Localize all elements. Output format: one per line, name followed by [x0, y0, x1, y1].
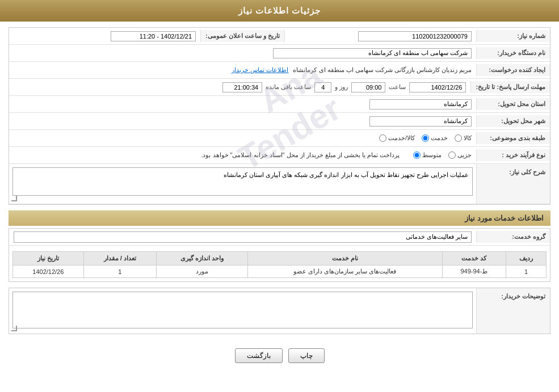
need-number-row: شماره نیاز: تاریخ و ساعت اعلان عمومی: [9, 28, 550, 45]
deadline-days-label: روز و [335, 83, 348, 91]
col-row: ردیف [506, 252, 547, 265]
creator-name: مریم زندیان کارشناس بازرگانی شرکت سهامی … [293, 66, 472, 74]
category-service-label: خدمت [431, 134, 448, 142]
services-info-section: گروه خدمت: ردیف کد خدمت نام خدمت واح [9, 228, 550, 282]
col-code: کد خدمت [442, 252, 506, 265]
deadline-time-input[interactable] [351, 82, 385, 92]
deadline-time-label: ساعت [389, 83, 406, 91]
general-desc-label: شرح کلی نیاز: [476, 164, 550, 204]
buyer-desc-section: توضیحات خریدار: [9, 288, 550, 334]
deadline-date-input[interactable] [409, 82, 466, 92]
buyer-org-label: نام دستگاه خریدار: [476, 47, 550, 59]
buyer-desc-content [9, 288, 476, 334]
action-buttons: چاپ بازگشت [9, 340, 550, 372]
province-input[interactable] [369, 99, 472, 109]
purchase-type-label: نوع فرآیند خرید : [476, 149, 550, 161]
deadline-label: مهلت ارسال پاسخ: تا تاریخ: [470, 81, 550, 93]
deadline-remaining-input[interactable] [222, 82, 262, 92]
creator-label: ایجاد کننده درخواست: [476, 64, 550, 76]
purchase-medium-radio[interactable] [413, 151, 421, 159]
category-both-radio[interactable] [379, 134, 386, 142]
buyer-desc-textarea[interactable] [12, 292, 473, 328]
need-number-label: شماره نیاز: [476, 30, 550, 42]
buyer-desc-row: توضیحات خریدار: [9, 288, 550, 334]
purchase-partial-label: جزیی [457, 151, 472, 159]
cell-date: 1402/12/26 [13, 265, 84, 278]
resize-handle [11, 196, 17, 201]
category-row: طبقه بندی موضوعی: کالا خدمت کالا/خدمت [9, 130, 550, 147]
group-input[interactable] [14, 231, 472, 243]
province-value [9, 97, 476, 112]
city-input[interactable] [369, 116, 472, 127]
category-service-radio[interactable] [422, 134, 429, 142]
group-label: گروه خدمت: [476, 231, 550, 243]
table-row: 1 ط-94-949 فعالیت‌های سایر سازمان‌های دا… [13, 265, 547, 278]
col-name: نام خدمت [247, 252, 442, 265]
deadline-days-input[interactable] [314, 82, 331, 92]
buyer-resize-handle [11, 326, 17, 331]
buyer-org-input[interactable] [273, 48, 472, 58]
purchase-medium-label: متوسط [422, 151, 442, 159]
col-date: تاریخ نیاز [13, 252, 84, 265]
print-button[interactable]: چاپ [288, 348, 325, 363]
contact-link[interactable]: اطلاعات تماس خریدار [232, 66, 288, 74]
announcement-label: تاریخ و ساعت اعلان عمومی: [200, 30, 285, 42]
purchase-type-row: نوع فرآیند خرید : جزیی متوسط پرداخت تمام… [9, 147, 550, 164]
cell-unit: مورد [156, 265, 247, 278]
page-title: جزئیات اطلاعات نیاز [238, 6, 321, 15]
purchase-partial-radio[interactable] [448, 151, 456, 159]
table-header-row: ردیف کد خدمت نام خدمت واحد اندازه گیری ت… [13, 252, 547, 265]
city-label: شهر محل تحویل: [476, 115, 550, 127]
services-table: ردیف کد خدمت نام خدمت واحد اندازه گیری ت… [12, 251, 547, 278]
main-info-section: AnaTender شماره نیاز: تاریخ و ساعت اعلان… [9, 27, 550, 205]
col-unit: واحد اندازه گیری [156, 252, 247, 265]
province-row: استان محل تحویل: [9, 96, 550, 113]
category-goods-label: کالا [464, 134, 472, 142]
services-section-title: اطلاعات خدمات مورد نیاز [9, 210, 550, 226]
purchase-partial-item: جزیی [448, 151, 472, 159]
cell-qty: 1 [83, 265, 156, 278]
need-number-input[interactable] [358, 31, 472, 41]
category-options: کالا خدمت کالا/خدمت [9, 132, 476, 144]
page-header: جزئیات اطلاعات نیاز [0, 0, 559, 22]
purchase-type-content: جزیی متوسط پرداخت تمام یا بخشی از مبلغ خ… [9, 147, 476, 163]
group-row: گروه خدمت: [9, 229, 550, 246]
services-table-container: ردیف کد خدمت نام خدمت واحد اندازه گیری ت… [9, 246, 550, 281]
city-row: شهر محل تحویل: [9, 113, 550, 130]
purchase-medium-item: متوسط [413, 151, 442, 159]
back-button[interactable]: بازگشت [235, 348, 283, 363]
group-content [9, 229, 476, 245]
buyer-org-row: نام دستگاه خریدار: [9, 45, 550, 62]
general-desc-textarea[interactable]: عملیات اجرایی طرح تجهیز نقاط تحویل آب به… [12, 167, 473, 196]
col-qty: تعداد / مقدار [83, 252, 156, 265]
buyer-org-value [9, 46, 476, 61]
category-label: طبقه بندی موضوعی: [476, 132, 550, 144]
category-both-label: کالا/خدمت [388, 134, 415, 142]
creator-row: ایجاد کننده درخواست: مریم زندیان کارشناس… [9, 62, 550, 79]
deadline-remaining-label: ساعت باقی مانده [266, 83, 311, 91]
category-service-item: خدمت [422, 134, 448, 142]
need-number-value [285, 29, 476, 44]
deadline-values: ساعت روز و ساعت باقی مانده [9, 80, 470, 95]
category-goods-radio[interactable] [455, 134, 462, 142]
buyer-desc-label: توضیحات خریدار: [476, 288, 550, 334]
general-desc-content: عملیات اجرایی طرح تجهیز نقاط تحویل آب به… [9, 164, 476, 204]
category-both-item: کالا/خدمت [379, 134, 415, 142]
announcement-input[interactable] [111, 31, 196, 41]
general-desc-row: شرح کلی نیاز: عملیات اجرایی طرح تجهیز نق… [9, 164, 550, 204]
payment-note: پرداخت تمام یا بخشی از مبلغ خریدار از مح… [14, 149, 404, 161]
cell-name: فعالیت‌های سایر سازمان‌های دارای عضو [247, 265, 442, 278]
creator-value: مریم زندیان کارشناس بازرگانی شرکت سهامی … [9, 64, 476, 76]
deadline-row: مهلت ارسال پاسخ: تا تاریخ: ساعت روز و سا… [9, 79, 550, 96]
cell-code: ط-94-949 [442, 265, 506, 278]
cell-row: 1 [506, 265, 547, 278]
city-value [9, 114, 476, 129]
announcement-value [9, 29, 200, 44]
province-label: استان محل تحویل: [476, 98, 550, 110]
category-goods-item: کالا [455, 134, 472, 142]
